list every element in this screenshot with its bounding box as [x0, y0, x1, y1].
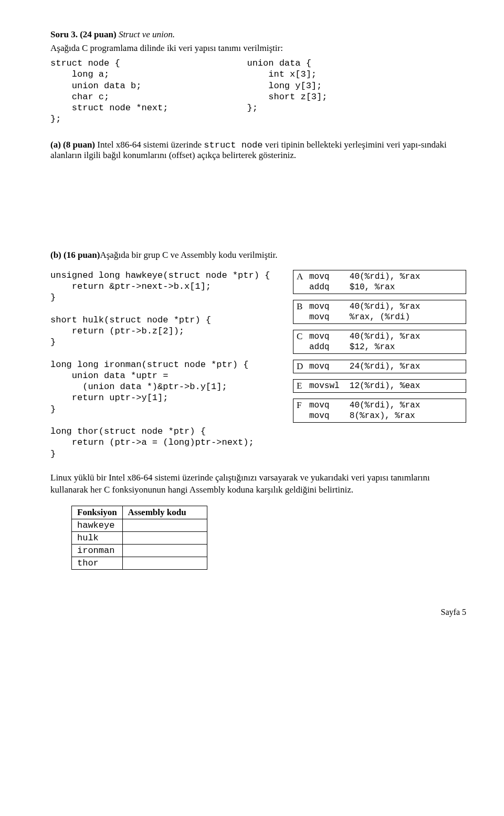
row-func: hulk: [72, 531, 123, 544]
part-a-points: (8 puan): [63, 140, 95, 150]
row-answer: [122, 557, 207, 569]
asm-code: movq 40(%rdi), %rax movq 8(%rax), %rax: [309, 400, 420, 421]
part-b-points: (16 puan): [64, 250, 100, 260]
asm-box-f: F movq 40(%rdi), %rax movq 8(%rax), %rax: [293, 399, 466, 423]
asm-box-a: A movq 40(%rdi), %rax addq $10, %rax: [293, 270, 466, 294]
table-row: thor: [72, 557, 207, 569]
part-b-label: (b): [50, 250, 61, 260]
title-suffix: Struct ve union.: [117, 29, 175, 39]
part-a: (a) (8 puan) Intel x86-64 sistemi üzerin…: [50, 140, 466, 161]
asm-code: movq 24(%rdi), %rax: [309, 361, 420, 372]
asm-code: movq 40(%rdi), %rax movq %rax, (%rdi): [309, 301, 420, 322]
asm-label: D: [297, 361, 309, 372]
struct-node-code: struct node { long a; union data b; char…: [50, 58, 168, 125]
table-header-row: Fonksiyon Assembly kodu: [72, 506, 207, 519]
code-columns: unsigned long hawkeye(struct node *ptr) …: [50, 270, 466, 459]
row-func: ironman: [72, 544, 123, 557]
title-prefix: Soru 3. (24 puan): [50, 29, 117, 39]
asm-label: A: [297, 271, 309, 292]
answer-table: Fonksiyon Assembly kodu hawkeye hulk iro…: [71, 506, 207, 570]
asm-label: F: [297, 400, 309, 421]
part-b: (b) (16 puan)Aşağıda bir grup C ve Assem…: [50, 250, 466, 260]
asm-code: movq 40(%rdi), %rax addq $10, %rax: [309, 271, 420, 292]
asm-column: A movq 40(%rdi), %rax addq $10, %rax B m…: [293, 270, 466, 428]
page-footer: Sayfa 5: [50, 608, 466, 617]
c-code-block: unsigned long hawkeye(struct node *ptr) …: [50, 270, 282, 459]
table-row: ironman: [72, 544, 207, 557]
intro-text: Aşağıda C programlama dilinde iki veri y…: [50, 43, 466, 54]
c-code-column: unsigned long hawkeye(struct node *ptr) …: [50, 270, 282, 459]
row-answer: [122, 519, 207, 531]
union-data-code: union data { int x[3]; long y[3]; short …: [247, 58, 327, 125]
asm-box-c: C movq 40(%rdi), %rax addq $12, %rax: [293, 330, 466, 354]
asm-label: B: [297, 301, 309, 322]
header-funcion: Fonksiyon: [72, 506, 123, 519]
asm-box-e: E movswl 12(%rdi), %eax: [293, 379, 466, 393]
header-assembly: Assembly kodu: [122, 506, 207, 519]
part-b-text: Aşağıda bir grup C ve Assembly kodu veri…: [100, 250, 277, 260]
part-a-label: (a): [50, 140, 61, 150]
asm-code: movswl 12(%rdi), %eax: [309, 381, 420, 391]
table-row: hulk: [72, 531, 207, 544]
asm-code: movq 40(%rdi), %rax addq $12, %rax: [309, 331, 420, 352]
asm-box-d: D movq 24(%rdi), %rax: [293, 360, 466, 373]
struct-definitions: struct node { long a; union data b; char…: [50, 58, 466, 125]
row-func: thor: [72, 557, 123, 569]
question-title: Soru 3. (24 puan) Struct ve union.: [50, 29, 466, 40]
row-answer: [122, 544, 207, 557]
part-a-text-before: Intel x86-64 sistemi üzerinde: [97, 140, 204, 150]
row-answer: [122, 531, 207, 544]
table-row: hawkeye: [72, 519, 207, 531]
row-func: hawkeye: [72, 519, 123, 531]
closing-text: Linux yüklü bir Intel x86-64 sistemi üze…: [50, 472, 466, 496]
asm-label: E: [297, 381, 309, 391]
part-a-code: struct node: [204, 140, 262, 150]
asm-label: C: [297, 331, 309, 352]
asm-box-b: B movq 40(%rdi), %rax movq %rax, (%rdi): [293, 300, 466, 324]
